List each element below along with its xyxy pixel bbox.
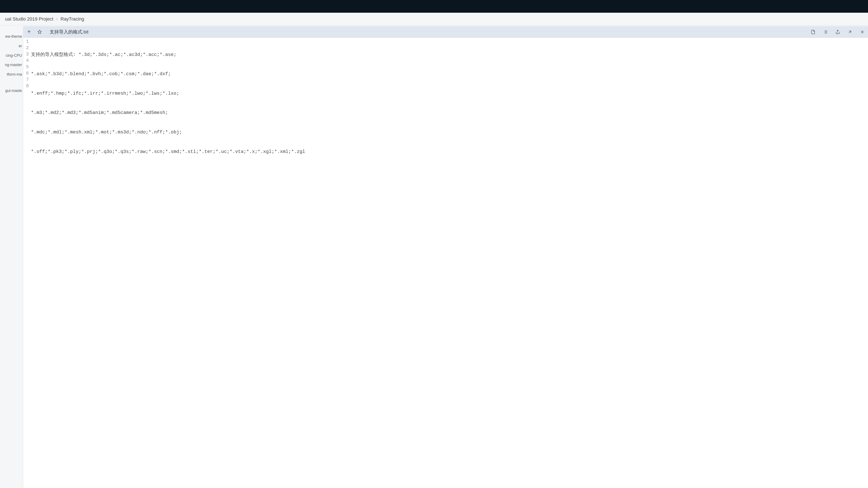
list-item[interactable]: cing-CPU xyxy=(0,51,23,60)
list-item[interactable]: tform-ma xyxy=(0,70,23,79)
arrow-up-icon[interactable] xyxy=(27,30,31,34)
main-area: ew-theme er cing-CPU ng-master tform-ma … xyxy=(0,25,868,488)
expand-icon[interactable] xyxy=(848,30,852,34)
code-line: *.enff;*.hmp;*.ifc;*.irr;*.irrmesh;*.lwo… xyxy=(31,91,868,97)
list-item[interactable]: gui-maste xyxy=(0,86,23,96)
chevron-right-icon: › xyxy=(54,17,60,21)
list-item[interactable]: ng-master xyxy=(0,60,23,70)
preview-pane: 支持导入的格式.txt xyxy=(23,26,868,488)
svg-line-7 xyxy=(849,31,851,33)
line-number: 7 xyxy=(23,77,29,83)
code-line: 支持的导入模型格式: *.3d;*.3ds;*.ac;*.ac3d;*.acc;… xyxy=(31,52,868,58)
preview-header: 支持导入的格式.txt xyxy=(23,26,868,38)
share-icon[interactable] xyxy=(835,30,840,34)
code-line xyxy=(31,168,868,174)
line-number: 3 xyxy=(23,51,29,58)
text-editor[interactable]: 1 2 3 4 5 6 7 8 支持的导入模型格式: *.3d;*.3ds;*.… xyxy=(23,38,868,488)
list-icon[interactable] xyxy=(823,30,828,34)
file-list-sidebar: ew-theme er cing-CPU ng-master tform-ma … xyxy=(0,25,23,488)
code-line: *.ask;*.b3d;*.blend;*.bvh;*.cob;*.csm;*.… xyxy=(31,71,868,77)
line-number: 4 xyxy=(23,58,29,64)
pin-icon[interactable] xyxy=(37,30,42,34)
breadcrumb: ual Studio 2019 Project › RayTracing xyxy=(0,13,868,25)
code-line: *.off;*.pk3;*.ply;*.prj;*.q3o;*.q3s;*.ra… xyxy=(31,149,868,155)
new-file-icon[interactable] xyxy=(811,30,815,34)
line-gutter: 1 2 3 4 5 6 7 8 xyxy=(23,38,31,488)
list-item[interactable]: er xyxy=(0,41,23,51)
line-number: 1 xyxy=(23,38,29,45)
code-line xyxy=(31,188,868,194)
code-line: *.mdc;*.mdl;*.mesh.xml;*.mot;*.ms3d;*.nd… xyxy=(31,129,868,135)
file-explorer-window: ual Studio 2019 Project › RayTracing ew-… xyxy=(0,0,868,488)
breadcrumb-segment[interactable]: RayTracing xyxy=(60,16,85,22)
list-item[interactable] xyxy=(0,79,23,83)
list-item[interactable]: ew-theme xyxy=(0,32,23,41)
close-icon[interactable] xyxy=(860,30,865,34)
titlebar-spacer xyxy=(0,0,868,13)
line-number: 2 xyxy=(23,45,29,51)
breadcrumb-segment[interactable]: ual Studio 2019 Project xyxy=(4,16,54,22)
list-item[interactable] xyxy=(0,83,23,86)
code-content[interactable]: 支持的导入模型格式: *.3d;*.3ds;*.ac;*.ac3d;*.acc;… xyxy=(31,38,868,488)
line-number: 8 xyxy=(23,83,29,89)
preview-filename: 支持导入的格式.txt xyxy=(48,29,88,35)
line-number: 6 xyxy=(23,70,29,77)
line-number: 5 xyxy=(23,64,29,70)
code-line: *.m3;*.md2;*.md3;*.md5anim;*.md5camera;*… xyxy=(31,110,868,116)
